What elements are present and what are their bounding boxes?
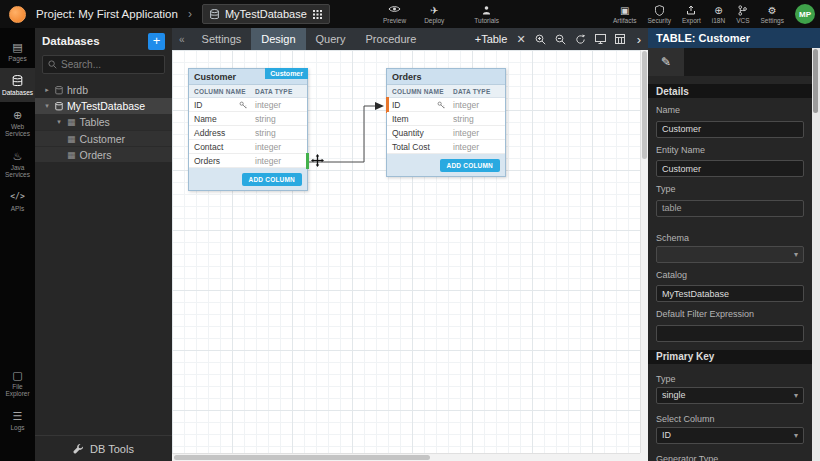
- rail-item-databases[interactable]: Databases: [0, 68, 35, 102]
- schema-select[interactable]: ▾: [656, 246, 804, 263]
- table-row[interactable]: Quantity integer: [387, 126, 505, 140]
- deploy-button[interactable]: ✈ Deploy: [424, 5, 444, 24]
- vcs-button[interactable]: VCS: [736, 5, 749, 24]
- rail-item-apis[interactable]: </> APIs: [0, 184, 35, 218]
- apps-grid-icon[interactable]: [313, 10, 322, 19]
- catalog-input[interactable]: [656, 285, 804, 302]
- tree-item-label: MyTestDatabase: [67, 100, 145, 112]
- table-row[interactable]: Orders integer: [189, 154, 307, 168]
- field-catalog: Catalog: [656, 270, 804, 303]
- horizontal-scroll-thumb[interactable]: [174, 455, 430, 460]
- entity-name-input[interactable]: [656, 160, 804, 177]
- chevron-expanded-icon[interactable]: ▾: [43, 102, 51, 110]
- add-table-button[interactable]: +Table: [475, 33, 508, 45]
- tab-design[interactable]: Design: [251, 28, 305, 50]
- rail-item-web-services[interactable]: ⊕ Web Services: [0, 102, 35, 143]
- add-database-button[interactable]: +: [148, 33, 165, 50]
- rail-item-file-explorer[interactable]: ▢ File Explorer: [0, 362, 35, 403]
- tutorials-button[interactable]: Tutorials: [474, 5, 499, 24]
- canvas-vertical-scrollbar[interactable]: [640, 50, 648, 453]
- i18n-button[interactable]: ⊕ i18N: [712, 5, 725, 24]
- settings-button[interactable]: ⚙ Settings: [761, 5, 785, 24]
- topbar-center-actions: Preview ✈ Deploy Tutorials: [383, 0, 499, 28]
- column-name: ID: [194, 100, 203, 110]
- table-row[interactable]: Item string: [387, 112, 505, 126]
- pk-type-select[interactable]: single ▾: [656, 387, 804, 404]
- sidebar-search[interactable]: [42, 55, 165, 74]
- column-type: integer: [255, 156, 307, 166]
- column-name: Item: [392, 114, 409, 124]
- zoom-in-icon[interactable]: [535, 34, 546, 45]
- rail-label-web-services: Web Services: [1, 123, 34, 137]
- rail-item-pages[interactable]: ▤ Pages: [0, 34, 35, 68]
- name-input[interactable]: [656, 121, 804, 138]
- export-button[interactable]: Export: [682, 5, 701, 24]
- eye-icon: [388, 5, 401, 16]
- tree-item-mytestdatabase[interactable]: ▾ MyTestDatabase: [35, 98, 172, 114]
- default-filter-expression-input[interactable]: [656, 325, 804, 342]
- app-logo[interactable]: [9, 6, 26, 23]
- schema-design-canvas[interactable]: Customer Customer COLUMN NAME DATA TYPE …: [172, 50, 640, 453]
- relation-source-handle[interactable]: [306, 153, 309, 169]
- tree-item-customer[interactable]: ▦ Customer: [35, 130, 172, 146]
- db-tools-button[interactable]: DB Tools: [35, 435, 172, 461]
- security-button[interactable]: Security: [647, 5, 670, 24]
- entity-header[interactable]: Customer Customer: [189, 69, 307, 85]
- tree-item-hrdb[interactable]: ▸ hrdb: [35, 82, 172, 98]
- entity-header[interactable]: Orders: [387, 69, 505, 85]
- field-type: Type: [656, 184, 804, 217]
- preview-button[interactable]: Preview: [383, 5, 406, 24]
- select-column-select[interactable]: ID ▾: [656, 427, 804, 444]
- add-column-button[interactable]: ADD COLUMN: [242, 173, 302, 186]
- table-row[interactable]: Address string: [189, 126, 307, 140]
- breadcrumb-database[interactable]: MyTestDatabase: [202, 4, 330, 24]
- close-icon[interactable]: ✕: [516, 34, 525, 45]
- tab-query[interactable]: Query: [306, 28, 356, 50]
- entity-orders[interactable]: Orders COLUMN NAME DATA TYPE ID integer …: [386, 68, 506, 177]
- table-row[interactable]: ID integer: [189, 98, 307, 112]
- rail-item-java-services[interactable]: ♨ Java Services: [0, 143, 35, 184]
- table-view-icon[interactable]: [615, 34, 625, 44]
- zoom-out-icon[interactable]: [555, 34, 566, 45]
- table-row[interactable]: Contact integer: [189, 140, 307, 154]
- collapse-tabs-icon[interactable]: «: [172, 34, 192, 45]
- rail-label-java-services: Java Services: [1, 164, 34, 178]
- artifacts-label: Artifacts: [613, 17, 636, 24]
- database-icon: [12, 74, 23, 87]
- tab-procedure[interactable]: Procedure: [356, 28, 427, 50]
- column-type: string: [255, 114, 307, 124]
- column-name: Total Cost: [392, 142, 430, 152]
- add-column-button[interactable]: ADD COLUMN: [440, 159, 500, 172]
- relation-target-handle[interactable]: [386, 97, 389, 113]
- inspector-scroll-thumb[interactable]: [813, 49, 818, 113]
- search-input[interactable]: [61, 59, 159, 70]
- tab-settings[interactable]: Settings: [192, 28, 252, 50]
- chevron-expanded-icon[interactable]: ▾: [55, 118, 63, 126]
- tree-item-label: Customer: [80, 133, 126, 145]
- artifacts-button[interactable]: ▣ Artifacts: [613, 5, 636, 24]
- tree-item-orders[interactable]: ▦ Orders: [35, 146, 172, 162]
- type-input[interactable]: [656, 200, 804, 217]
- edit-tab[interactable]: ✎: [648, 48, 684, 76]
- canvas-horizontal-scrollbar[interactable]: [172, 453, 640, 461]
- key-icon: [437, 101, 445, 109]
- user-avatar[interactable]: MP: [795, 4, 815, 24]
- refresh-icon[interactable]: [575, 34, 586, 45]
- tree-item-tables[interactable]: ▾ ▦ Tables: [35, 114, 172, 130]
- table-icon: ▦: [67, 134, 76, 144]
- field-default-filter-expression: Default Filter Expression: [656, 309, 804, 342]
- column-name: Quantity: [392, 128, 424, 138]
- expand-panel-icon[interactable]: ›: [637, 32, 641, 47]
- top-bar: Project: My First Application › MyTestDa…: [0, 0, 820, 28]
- export-image-icon[interactable]: [595, 34, 606, 44]
- table-row[interactable]: Name string: [189, 112, 307, 126]
- entity-customer[interactable]: Customer Customer COLUMN NAME DATA TYPE …: [188, 68, 308, 191]
- table-row[interactable]: Total Cost integer: [387, 140, 505, 154]
- coffee-icon: ♨: [13, 149, 23, 162]
- inspector-scrollbar[interactable]: [812, 48, 820, 461]
- move-cursor-icon: [311, 154, 324, 167]
- table-row[interactable]: ID integer: [387, 98, 505, 112]
- chevron-collapsed-icon[interactable]: ▸: [43, 86, 51, 94]
- vertical-scroll-thumb[interactable]: [642, 51, 647, 159]
- rail-item-logs[interactable]: ☰ Logs: [0, 403, 35, 437]
